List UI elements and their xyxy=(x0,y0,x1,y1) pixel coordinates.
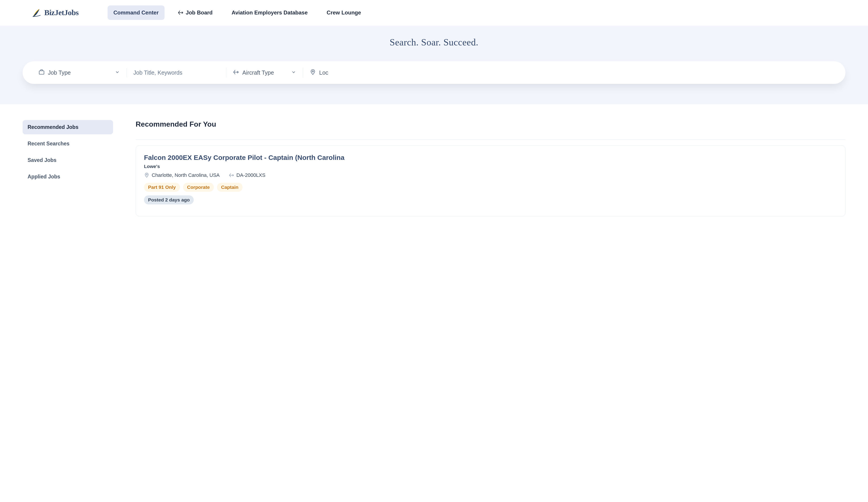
nav-label: Crew Lounge xyxy=(327,10,361,16)
job-tag: Captain xyxy=(217,183,242,192)
sidebar-item-label: Recent Searches xyxy=(28,141,69,146)
keywords-placeholder: Job Title, Keywords xyxy=(133,69,219,76)
svg-rect-0 xyxy=(39,71,44,74)
job-tag: Part 91 Only xyxy=(144,183,180,192)
top-nav: BizJetJobs Command Center Job Board Avia… xyxy=(0,0,868,25)
brand-logo[interactable]: BizJetJobs xyxy=(32,8,79,18)
sidebar-item-recent[interactable]: Recent Searches xyxy=(23,136,113,151)
job-type-label: Job Type xyxy=(48,69,112,76)
search-bar: Job Type Job Title, Keywords Aircraft Ty… xyxy=(23,61,845,84)
nav-label: Command Center xyxy=(113,10,159,16)
plane-icon xyxy=(233,69,239,76)
main-content: Recommended Jobs Recent Searches Saved J… xyxy=(0,104,868,216)
nav-label: Aviation Employers Database xyxy=(232,10,308,16)
job-company: Lowe's xyxy=(144,164,837,169)
chevron-down-icon xyxy=(291,70,296,75)
sidebar-item-label: Saved Jobs xyxy=(28,157,56,163)
job-posted-row: Posted 2 days ago xyxy=(144,195,837,204)
divider xyxy=(136,139,845,140)
job-location: Charlotte, North Carolina, USA xyxy=(144,172,220,178)
aircraft-type-label: Aircraft Type xyxy=(242,69,288,76)
sidebar-item-saved[interactable]: Saved Jobs xyxy=(23,153,113,167)
location-label: Loc xyxy=(319,69,829,76)
sidebar-item-applied[interactable]: Applied Jobs xyxy=(23,170,113,184)
job-meta: Charlotte, North Carolina, USA DA-2000LX… xyxy=(144,172,837,178)
nav-job-board[interactable]: Job Board xyxy=(172,6,219,20)
tagline: Search. Soar. Succeed. xyxy=(0,37,868,48)
location-pin-icon xyxy=(144,173,149,178)
svg-point-2 xyxy=(146,174,147,175)
section-title: Recommended For You xyxy=(136,120,845,129)
job-card[interactable]: Falcon 2000EX EASy Corporate Pilot - Cap… xyxy=(136,145,845,216)
location-pin-icon xyxy=(310,69,316,76)
nav-employers-db[interactable]: Aviation Employers Database xyxy=(226,6,314,20)
search-location[interactable]: Loc xyxy=(303,69,836,76)
svg-point-1 xyxy=(312,71,313,72)
nav-command-center[interactable]: Command Center xyxy=(107,6,165,20)
content-area: Recommended For You Falcon 2000EX EASy C… xyxy=(136,120,845,216)
job-tags: Part 91 Only Corporate Captain xyxy=(144,183,837,192)
chevron-down-icon xyxy=(115,70,120,75)
plane-icon xyxy=(229,173,234,178)
logo-icon xyxy=(32,8,42,18)
search-keywords[interactable]: Job Title, Keywords xyxy=(127,69,226,76)
search-aircraft-type[interactable]: Aircraft Type xyxy=(226,69,303,76)
nav-crew-lounge[interactable]: Crew Lounge xyxy=(321,6,367,20)
nav-links: Command Center Job Board Aviation Employ… xyxy=(107,6,367,20)
job-title: Falcon 2000EX EASy Corporate Pilot - Cap… xyxy=(144,154,837,162)
job-location-text: Charlotte, North Carolina, USA xyxy=(152,172,220,178)
search-job-type[interactable]: Job Type xyxy=(32,69,127,76)
sidebar-item-label: Recommended Jobs xyxy=(28,124,79,130)
brand-name: BizJetJobs xyxy=(44,8,79,17)
job-tag: Corporate xyxy=(183,183,214,192)
job-posted: Posted 2 days ago xyxy=(144,195,194,204)
plane-icon xyxy=(178,10,184,16)
job-aircraft: DA-2000LXS xyxy=(229,172,265,178)
job-aircraft-text: DA-2000LXS xyxy=(236,172,265,178)
sidebar-item-label: Applied Jobs xyxy=(28,174,60,180)
hero-section: Search. Soar. Succeed. Job Type Job Titl… xyxy=(0,25,868,104)
nav-label: Job Board xyxy=(186,10,213,16)
briefcase-icon xyxy=(39,69,45,76)
sidebar-item-recommended[interactable]: Recommended Jobs xyxy=(23,120,113,134)
sidebar: Recommended Jobs Recent Searches Saved J… xyxy=(23,120,113,216)
